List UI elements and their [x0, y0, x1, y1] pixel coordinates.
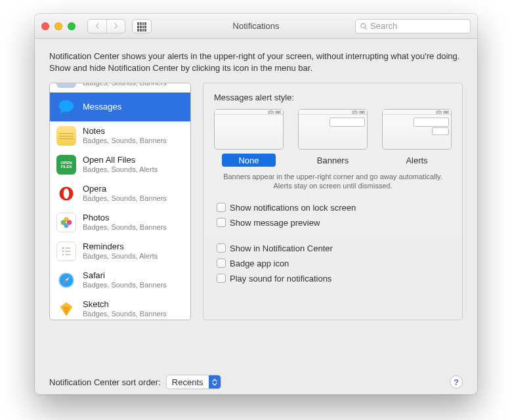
- list-item[interactable]: RemindersBadges, Sounds, Alerts: [50, 237, 190, 266]
- item-sub: Badges, Sounds, Banners: [83, 223, 167, 232]
- safari-icon: [56, 270, 76, 290]
- checkbox-label: Play sound for notifications: [230, 274, 331, 284]
- checkbox-play-sound[interactable]: Play sound for notifications: [217, 272, 452, 285]
- item-sub: Badges, Sounds, Alerts: [83, 252, 158, 261]
- svg-rect-10: [65, 247, 70, 249]
- alert-style-preview-banners: [298, 109, 368, 150]
- opera-icon: [56, 184, 76, 203]
- search-placeholder: Search: [370, 21, 397, 31]
- svg-rect-14: [65, 254, 70, 255]
- item-sub: Badges, Sounds, Banners: [83, 281, 167, 289]
- search-icon: [360, 22, 368, 30]
- traffic-lights: [41, 22, 75, 30]
- svg-point-13: [62, 254, 64, 255]
- content-area: Notification Center shows your alerts in…: [35, 39, 477, 360]
- list-item[interactable]: Messages: [50, 93, 190, 121]
- checkbox-icon: [217, 243, 226, 253]
- help-icon: ?: [454, 377, 459, 387]
- checkbox-label: Show message preview: [230, 218, 320, 228]
- checkbox-show-in-nc[interactable]: Show in Notification Center: [217, 242, 452, 255]
- item-sub: Badges, Sounds, Alerts: [83, 165, 158, 174]
- close-button[interactable]: [41, 22, 49, 30]
- list-item[interactable]: OperaBadges, Sounds, Banners: [50, 179, 190, 208]
- alert-style-title: Messages alert style:: [214, 93, 452, 102]
- item-sub: Badges, Sounds, Banners: [83, 194, 167, 203]
- reminders-icon: [56, 242, 76, 261]
- checkbox-badge-icon[interactable]: Badge app icon: [217, 257, 452, 270]
- intro-text: Notification Center shows your alerts in…: [49, 51, 463, 74]
- item-sub: Badges, Sounds, Banners: [83, 310, 167, 318]
- forward-button[interactable]: [106, 20, 125, 33]
- chevron-left-icon: [95, 23, 100, 29]
- item-name: Open All Files: [83, 156, 158, 165]
- messages-icon: [56, 97, 76, 117]
- item-name: Safari: [83, 271, 167, 281]
- item-name: Sketch: [83, 300, 167, 310]
- options-group: Show notifications on lock screen Show m…: [214, 201, 452, 285]
- list-item[interactable]: PhotosBadges, Sounds, Banners: [50, 208, 190, 237]
- alert-style-label: Alerts: [390, 154, 444, 167]
- item-sub: Badges, Sounds, Banners: [83, 83, 167, 87]
- list-item[interactable]: SketchBadges, Sounds, Banners: [50, 295, 190, 320]
- item-sub: Badges, Sounds, Banners: [83, 136, 167, 145]
- photos-icon: [56, 213, 76, 232]
- checkbox-lock-screen[interactable]: Show notifications on lock screen: [217, 201, 452, 214]
- alert-style-preview-none: [214, 109, 284, 150]
- checkbox-label: Show notifications on lock screen: [230, 203, 356, 213]
- alert-style-picker: None Banners Alerts: [214, 109, 452, 167]
- panes: MailBadges, Sounds, Banners Messages: [49, 83, 463, 320]
- svg-point-8: [61, 220, 66, 224]
- window-toolbar: Notifications Search: [35, 14, 477, 39]
- app-list[interactable]: MailBadges, Sounds, Banners Messages: [49, 83, 191, 320]
- nav-segment: [87, 19, 125, 33]
- item-name: Notes: [83, 127, 167, 136]
- popup-arrows-icon: [209, 375, 221, 388]
- checkbox-icon: [217, 218, 226, 227]
- sort-order-label: Notification Center sort order:: [49, 377, 161, 387]
- back-button[interactable]: [88, 20, 106, 33]
- alert-style-option-alerts[interactable]: Alerts: [382, 109, 452, 167]
- alert-style-explain: Banners appear in the upper-right corner…: [217, 172, 449, 191]
- checkbox-label: Badge app icon: [230, 259, 289, 268]
- open-all-files-icon: OPENFILES: [56, 155, 76, 175]
- detail-panel: Messages alert style: None Banners Alert…: [203, 83, 463, 320]
- sketch-icon: [56, 299, 76, 319]
- minimize-button[interactable]: [54, 22, 62, 30]
- zoom-button[interactable]: [68, 22, 75, 30]
- preferences-window: Notifications Search Notification Center…: [35, 14, 477, 394]
- footer-bar: Notification Center sort order: Recents …: [35, 360, 477, 394]
- mail-icon: [56, 83, 76, 88]
- checkbox-icon: [217, 203, 226, 212]
- svg-point-9: [62, 247, 64, 249]
- svg-rect-12: [65, 251, 70, 252]
- checkbox-message-preview[interactable]: Show message preview: [217, 217, 452, 229]
- svg-line-1: [365, 27, 367, 29]
- list-item[interactable]: MailBadges, Sounds, Banners: [50, 83, 190, 93]
- show-all-segment: [132, 19, 152, 33]
- item-name: Photos: [83, 213, 167, 223]
- alert-style-option-banners[interactable]: Banners: [298, 109, 368, 167]
- list-item[interactable]: OPENFILES Open All FilesBadges, Sounds, …: [50, 150, 190, 179]
- sort-order-popup[interactable]: Recents: [166, 375, 221, 389]
- show-all-button[interactable]: [133, 20, 151, 33]
- list-item[interactable]: SafariBadges, Sounds, Banners: [50, 266, 190, 295]
- svg-point-11: [62, 251, 64, 252]
- alert-style-option-none[interactable]: None: [214, 109, 284, 167]
- checkbox-icon: [217, 259, 226, 268]
- checkbox-icon: [217, 274, 226, 283]
- help-button[interactable]: ?: [450, 375, 463, 388]
- alert-style-label: Banners: [306, 154, 360, 167]
- item-name: Reminders: [83, 242, 158, 252]
- sort-order-value: Recents: [167, 377, 209, 387]
- notes-icon: [56, 126, 76, 146]
- search-field[interactable]: Search: [355, 19, 471, 33]
- grid-icon: [137, 22, 146, 32]
- item-name: Opera: [83, 184, 167, 194]
- alert-style-preview-alerts: [382, 109, 452, 150]
- checkbox-label: Show in Notification Center: [230, 243, 333, 253]
- chevron-right-icon: [113, 23, 119, 29]
- item-name: Messages: [83, 102, 121, 112]
- list-item[interactable]: NotesBadges, Sounds, Banners: [50, 121, 190, 150]
- alert-style-label: None: [222, 154, 276, 167]
- svg-point-4: [64, 188, 70, 199]
